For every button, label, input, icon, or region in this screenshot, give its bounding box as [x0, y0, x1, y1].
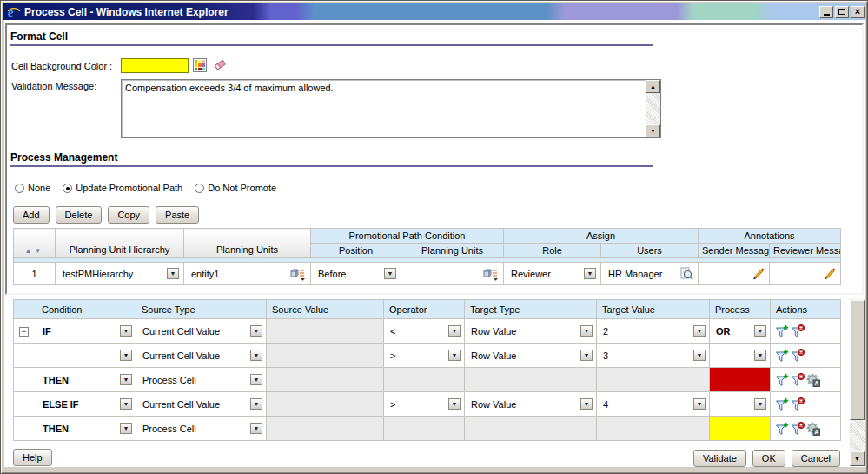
- member-selector-icon[interactable]: [483, 267, 499, 281]
- dropdown-button[interactable]: ▼: [250, 374, 262, 385]
- path-row: 1 testPMHierarchy ▼ entity1: [14, 263, 841, 285]
- eraser-icon[interactable]: [213, 57, 227, 71]
- format-cell-icon[interactable]: A: [806, 373, 820, 387]
- scroll-down-icon[interactable]: ▼: [646, 124, 660, 137]
- process-cell[interactable]: [710, 368, 771, 392]
- dropdown-button[interactable]: ▼: [250, 350, 262, 361]
- dropdown-button[interactable]: ▼: [120, 374, 132, 385]
- ok-button[interactable]: OK: [752, 450, 785, 467]
- condition-cell: THEN▼: [36, 368, 136, 392]
- sort-up-icon[interactable]: ▲: [25, 247, 35, 255]
- dropdown-button[interactable]: ▼: [120, 423, 132, 434]
- dropdown-button[interactable]: ▼: [580, 325, 593, 337]
- dropdown-button[interactable]: ▼: [693, 325, 706, 337]
- col-operator: Operator: [384, 300, 465, 319]
- maximize-button[interactable]: [835, 6, 849, 18]
- dropdown-button[interactable]: ▼: [120, 398, 132, 410]
- dropdown-button[interactable]: ▼: [754, 398, 766, 410]
- process-cell[interactable]: [710, 417, 771, 441]
- scrollbar-thumb[interactable]: [850, 300, 865, 420]
- radio-update-promotional-path[interactable]: Update Promotional Path: [63, 183, 182, 193]
- col-condition-planning-units: Planning Units: [401, 244, 504, 258]
- sort-down-icon[interactable]: ▼: [35, 247, 44, 255]
- radio-none[interactable]: None: [15, 183, 50, 193]
- edit-pencil-icon[interactable]: [751, 267, 765, 281]
- validation-message-input[interactable]: Compensation exceeds 3/4 of maximum allo…: [121, 79, 661, 138]
- add-condition-icon[interactable]: [775, 397, 789, 411]
- dropdown-button[interactable]: ▼: [754, 325, 766, 337]
- condition-row: THEN▼Process Cell▼A: [14, 417, 841, 441]
- color-palette-icon[interactable]: [193, 58, 207, 72]
- condition-row: ELSE IF▼Current Cell Value▼>▼Row Value▼4…: [14, 392, 841, 417]
- validate-button[interactable]: Validate: [693, 450, 746, 467]
- collapse-toggle-icon[interactable]: −: [19, 327, 29, 337]
- group-assign: Assign: [504, 229, 699, 244]
- dropdown-button[interactable]: ▼: [693, 398, 706, 410]
- group-annotations: Annotations: [699, 229, 841, 244]
- source-value-cell: [267, 417, 384, 441]
- delete-button[interactable]: Delete: [56, 206, 103, 224]
- dropdown-button[interactable]: ▼: [448, 325, 461, 337]
- delete-condition-icon[interactable]: [791, 397, 805, 411]
- vertical-scrollbar[interactable]: ▼: [850, 299, 865, 466]
- scroll-up-icon[interactable]: ▲: [646, 80, 660, 93]
- edit-pencil-icon[interactable]: [822, 267, 836, 281]
- copy-button[interactable]: Copy: [108, 206, 149, 224]
- cell-text: >: [390, 399, 395, 410]
- col-process: Process: [710, 300, 771, 319]
- target-value-cell: [597, 417, 710, 441]
- cancel-button[interactable]: Cancel: [792, 450, 840, 467]
- dropdown-button[interactable]: ▼: [584, 268, 596, 279]
- member-selector-icon[interactable]: [290, 267, 306, 281]
- dropdown-button[interactable]: ▼: [120, 325, 132, 337]
- dropdown-button[interactable]: ▼: [120, 350, 132, 361]
- sort-header: ▲▼: [14, 229, 56, 258]
- dropdown-button[interactable]: ▼: [384, 268, 396, 279]
- delete-condition-icon[interactable]: [791, 373, 805, 387]
- dropdown-button[interactable]: ▼: [693, 350, 706, 361]
- condition-cell: ELSE IF▼: [36, 392, 136, 417]
- help-button[interactable]: Help: [13, 449, 52, 466]
- add-condition-icon[interactable]: [775, 349, 789, 363]
- delete-condition-icon[interactable]: [791, 422, 805, 436]
- source-type-cell: Current Cell Value▼: [136, 319, 267, 344]
- title-bar[interactable]: e Process Cell - Windows Internet Explor…: [3, 3, 866, 20]
- section-divider: [10, 165, 653, 167]
- upper-pane: Format Cell Cell Background Color : Vali…: [5, 23, 864, 295]
- col-position: Position: [311, 244, 401, 258]
- dropdown-button[interactable]: ▼: [448, 398, 461, 410]
- section-divider: [10, 44, 653, 46]
- condition-row: THEN▼Process Cell▼A: [14, 368, 841, 392]
- dropdown-button[interactable]: ▼: [580, 350, 593, 361]
- add-condition-icon[interactable]: [775, 373, 789, 387]
- delete-condition-icon[interactable]: [791, 349, 805, 363]
- textarea-scrollbar[interactable]: ▲ ▼: [646, 80, 660, 137]
- add-condition-icon[interactable]: [775, 422, 789, 436]
- dropdown-button[interactable]: ▼: [250, 325, 262, 337]
- close-button[interactable]: ×: [851, 6, 865, 18]
- minimize-button[interactable]: [819, 6, 833, 18]
- user-lookup-icon[interactable]: [679, 267, 693, 281]
- cell-text: THEN: [43, 424, 69, 434]
- col-source-type: Source Type: [136, 300, 267, 319]
- cell-text: Row Value: [471, 399, 516, 410]
- dropdown-button[interactable]: ▼: [754, 350, 766, 361]
- add-condition-icon[interactable]: [775, 324, 789, 338]
- dropdown-button[interactable]: ▼: [448, 350, 461, 361]
- dropdown-button[interactable]: ▼: [250, 398, 262, 410]
- role-cell: Reviewer ▼: [504, 263, 601, 285]
- cell-text: IF: [43, 326, 51, 337]
- add-button[interactable]: Add: [13, 206, 50, 224]
- format-cell-icon[interactable]: A: [806, 422, 820, 436]
- dropdown-button[interactable]: ▼: [167, 268, 179, 279]
- target-type-cell: [465, 417, 597, 441]
- scroll-down-icon[interactable]: ▼: [850, 451, 865, 466]
- background-color-swatch[interactable]: [121, 58, 189, 73]
- cell-text: 3: [603, 350, 608, 361]
- dropdown-button[interactable]: ▼: [580, 398, 593, 410]
- delete-condition-icon[interactable]: [791, 324, 805, 338]
- radio-do-not-promote[interactable]: Do Not Promote: [195, 183, 276, 193]
- process-management-section-title: Process Management: [10, 151, 117, 164]
- paste-button[interactable]: Paste: [156, 206, 199, 224]
- dropdown-button[interactable]: ▼: [250, 423, 262, 434]
